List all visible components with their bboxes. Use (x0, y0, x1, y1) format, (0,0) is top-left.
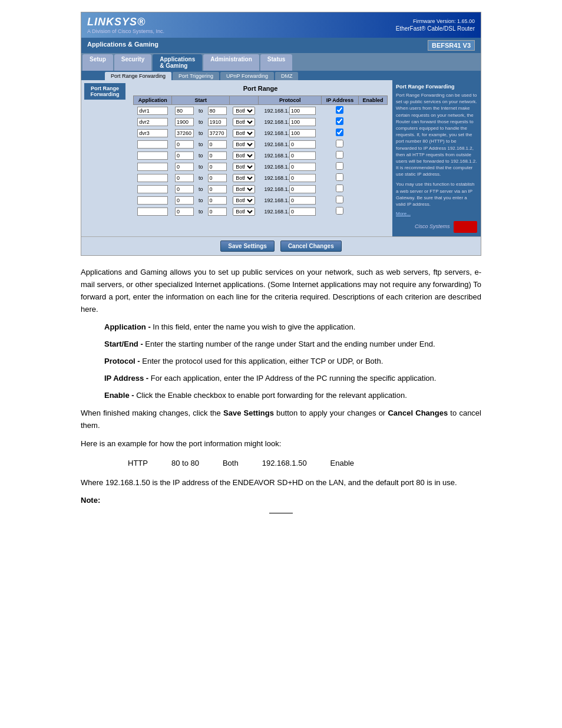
enabled-checkbox-2[interactable] (336, 129, 343, 136)
end-input-2[interactable] (208, 129, 227, 137)
start-input-7[interactable] (175, 185, 194, 193)
start-input-8[interactable] (175, 196, 194, 205)
section-label-0: Application - (104, 322, 151, 331)
ip-last-input-0[interactable] (289, 107, 316, 115)
divider (269, 513, 293, 513)
cisco-text: Cisco Systems (415, 224, 450, 230)
section-label-3: IP Address - (104, 374, 148, 383)
protocol-select-3[interactable]: BothTCPUDP (233, 140, 255, 149)
ip-last-input-3[interactable] (289, 140, 316, 149)
example-protocol: HTTP (128, 457, 148, 470)
ip-last-input-2[interactable] (289, 129, 316, 137)
end-input-9[interactable] (208, 207, 227, 216)
protocol-select-9[interactable]: BothTCPUDP (233, 207, 255, 216)
protocol-select-4[interactable]: BothTCPUDP (233, 151, 255, 160)
start-input-1[interactable] (175, 118, 194, 126)
tab-applications-gaming[interactable]: Applications& Gaming (153, 54, 202, 71)
enabled-checkbox-8[interactable] (336, 196, 343, 203)
end-input-8[interactable] (208, 196, 227, 205)
enabled-checkbox-5[interactable] (336, 162, 343, 170)
to-label-4: to (197, 150, 204, 161)
app-input-2[interactable] (137, 129, 168, 137)
enabled-checkbox-7[interactable] (336, 185, 343, 192)
section-label-1: Start/End - (104, 340, 143, 348)
save-settings-button[interactable]: Save Settings (220, 241, 275, 252)
app-input-1[interactable] (137, 118, 168, 126)
left-nav-port-range[interactable]: Port Range Forwarding (84, 83, 125, 100)
app-input-4[interactable] (137, 151, 168, 160)
col-end (230, 96, 259, 105)
after-sections-paragraph: When finished making changes, click the … (81, 407, 481, 432)
linksys-logo: LINKSYS® (87, 16, 146, 28)
protocol-select-7[interactable]: BothTCPUDP (233, 185, 255, 193)
tab-security[interactable]: Security (114, 54, 151, 71)
subtab-port-range[interactable]: Port Range Forwarding (105, 72, 171, 80)
app-input-0[interactable] (137, 107, 168, 115)
end-input-0[interactable] (208, 107, 227, 115)
app-input-7[interactable] (137, 185, 168, 193)
main-content: Port Range Forwarding Port Range Applica… (81, 80, 481, 236)
subtab-upnp[interactable]: UPnP Forwarding (220, 72, 274, 80)
ip-prefix-5: 192.168.1. (264, 164, 289, 170)
tab-status[interactable]: Status (260, 54, 293, 71)
protocol-select-8[interactable]: BothTCPUDP (233, 196, 255, 205)
start-input-6[interactable] (175, 174, 194, 182)
end-input-6[interactable] (208, 174, 227, 182)
protocol-select-6[interactable]: BothTCPUDP (233, 174, 255, 182)
protocol-select-2[interactable]: BothTCPUDP (233, 129, 255, 137)
example-intro: Here is an example for how the port info… (81, 438, 481, 450)
enabled-checkbox-6[interactable] (336, 173, 343, 181)
sub-tabs: Port Range Forwarding Port Triggering UP… (81, 71, 481, 80)
app-input-3[interactable] (137, 140, 168, 149)
protocol-select-1[interactable]: BothTCPUDP (233, 118, 255, 126)
sidebar-more-link[interactable]: More... (396, 211, 477, 216)
col-start: Start (172, 96, 230, 105)
ip-last-input-1[interactable] (289, 118, 316, 126)
protocol-select-5[interactable]: BothTCPUDP (233, 163, 255, 171)
cancel-changes-button[interactable]: Cancel Changes (280, 241, 342, 252)
end-input-7[interactable] (208, 185, 227, 193)
end-input-4[interactable] (208, 151, 227, 160)
enabled-checkbox-0[interactable] (336, 106, 343, 114)
to-label-6: to (197, 172, 204, 183)
start-input-9[interactable] (175, 207, 194, 216)
logo-area: LINKSYS® A Division of Cisco Systems, In… (87, 16, 164, 34)
tab-administration[interactable]: Administration (203, 54, 259, 71)
tab-setup[interactable]: Setup (82, 54, 113, 71)
app-input-9[interactable] (137, 207, 168, 216)
protocol-select-0[interactable]: BothTCPUDP (233, 107, 255, 115)
ip-last-input-8[interactable] (289, 196, 316, 205)
to-label-2: to (197, 127, 204, 139)
ip-prefix-6: 192.168.1. (264, 175, 289, 181)
enabled-checkbox-3[interactable] (336, 140, 343, 147)
end-input-5[interactable] (208, 163, 227, 171)
subtab-dmz[interactable]: DMZ (275, 72, 299, 80)
enabled-checkbox-1[interactable] (336, 117, 343, 125)
app-input-6[interactable] (137, 174, 168, 182)
app-input-5[interactable] (137, 163, 168, 171)
start-input-5[interactable] (175, 163, 194, 171)
enabled-checkbox-4[interactable] (336, 151, 343, 159)
table-row: toBothTCPUDP192.168.1. (134, 105, 388, 117)
end-input-1[interactable] (208, 118, 227, 126)
start-input-3[interactable] (175, 140, 194, 149)
start-input-4[interactable] (175, 151, 194, 160)
table-row: toBothTCPUDP192.168.1. (134, 172, 388, 183)
after-example: Where 192.168.1.50 is the IP address of … (81, 477, 481, 489)
end-input-3[interactable] (208, 140, 227, 149)
enabled-checkbox-9[interactable] (336, 207, 343, 215)
ip-last-input-5[interactable] (289, 163, 316, 171)
start-input-0[interactable] (175, 107, 194, 115)
app-input-8[interactable] (137, 196, 168, 205)
start-input-2[interactable] (175, 129, 194, 137)
ip-last-input-9[interactable] (289, 207, 316, 216)
ip-last-input-7[interactable] (289, 185, 316, 193)
section-label-2: Protocol - (104, 357, 140, 365)
firmware-info: Firmware Version: 1.65.00 EtherFast® Cab… (396, 18, 475, 32)
header-bar: LINKSYS® A Division of Cisco Systems, In… (81, 12, 481, 38)
ip-last-input-4[interactable] (289, 151, 316, 160)
col-protocol: Protocol (259, 96, 322, 105)
ip-last-input-6[interactable] (289, 174, 316, 182)
to-label-8: to (197, 195, 204, 206)
subtab-port-triggering[interactable]: Port Triggering (173, 72, 219, 80)
